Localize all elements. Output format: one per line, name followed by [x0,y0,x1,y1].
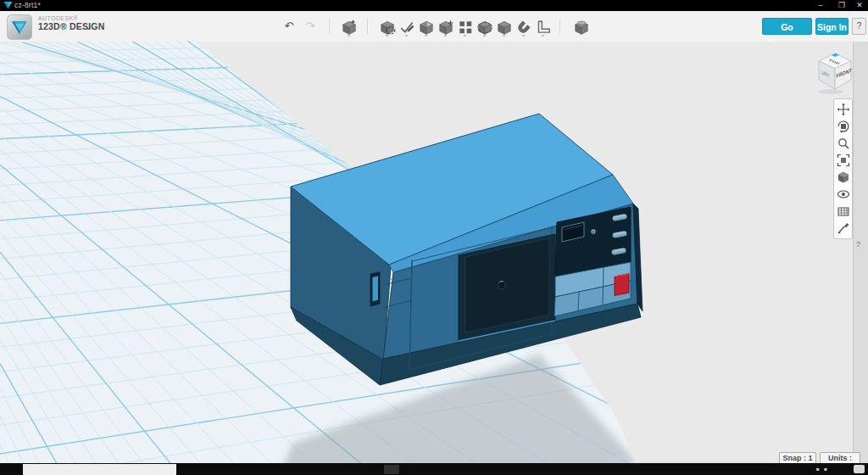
orbit-icon[interactable] [835,118,851,135]
taskbar-app-button[interactable] [384,465,399,474]
os-taskbar: ■ ■ [0,463,868,475]
taskbar-action-center-icon[interactable] [854,465,865,473]
red-button [615,274,629,296]
microwave-model[interactable] [291,114,643,385]
panel-knob-dot [593,231,594,232]
handle-slot-inner [373,277,379,302]
shaded-view-icon[interactable] [835,169,851,186]
zoom-icon[interactable] [835,135,851,152]
panel-pill-buttons [611,213,628,255]
material-icon[interactable] [835,220,851,237]
grid-settings-icon[interactable] [835,203,851,220]
view-cube[interactable]: TOP LEFT FRONT [814,47,858,96]
view-toolbar [833,98,853,239]
visibility-icon[interactable] [835,186,851,203]
pan-icon[interactable] [835,101,851,118]
model-layer [0,0,868,475]
fit-view-icon[interactable] [835,152,851,169]
taskbar-tray-icons[interactable]: ■ ■ [816,467,838,472]
taskbar-search-box[interactable] [23,464,176,475]
